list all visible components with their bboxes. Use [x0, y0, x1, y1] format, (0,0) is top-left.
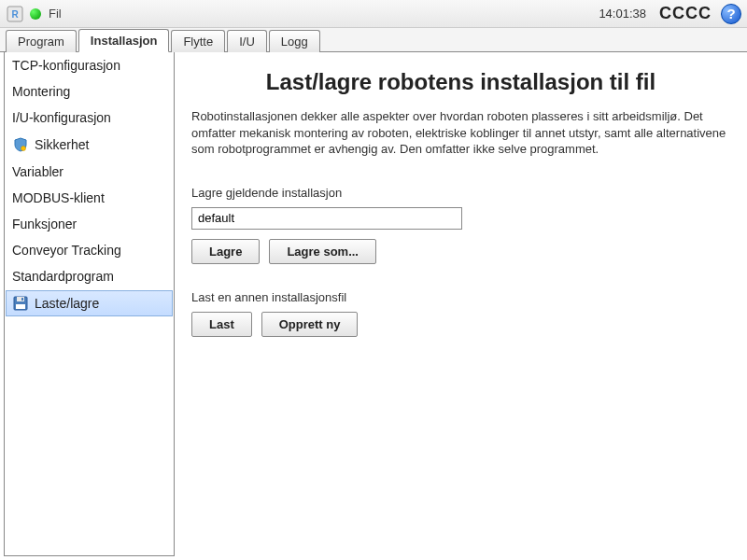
- content-area: TCP-konfigurasjon Montering I/U-konfigur…: [0, 52, 747, 560]
- main-tabs: Program Installasjon Flytte I/U Logg: [0, 28, 747, 52]
- page-title: Last/lagre robotens installasjon til fil: [191, 69, 730, 95]
- save-button-row: Lagre Lagre som...: [191, 239, 730, 264]
- main-panel: Last/lagre robotens installasjon til fil…: [175, 52, 747, 560]
- sidebar-item-label: Laste/lagre: [35, 296, 99, 311]
- sidebar-item-laste-lagre[interactable]: Laste/lagre: [6, 290, 173, 316]
- sidebar-item-sikkerhet[interactable]: Sikkerhet: [5, 131, 174, 159]
- svg-rect-6: [16, 304, 25, 309]
- tab-flytte[interactable]: Flytte: [171, 30, 225, 52]
- sidebar-item-label: Funksjoner: [12, 217, 77, 231]
- page-description: Robotinstallasjonen dekker alle aspekter…: [191, 108, 730, 158]
- sidebar-item-conveyor[interactable]: Conveyor Tracking: [5, 237, 174, 263]
- sidebar-item-tcp[interactable]: TCP-konfigurasjon: [5, 52, 174, 78]
- create-new-button[interactable]: Opprett ny: [261, 312, 359, 337]
- sidebar-item-modbus[interactable]: MODBUS-klient: [5, 185, 174, 211]
- load-button[interactable]: Last: [191, 312, 252, 337]
- sidebar-item-label: Variabler: [12, 164, 63, 179]
- tab-logg[interactable]: Logg: [269, 30, 320, 52]
- sidebar-item-label: TCP-konfigurasjon: [12, 58, 120, 73]
- sidebar-item-funksjoner[interactable]: Funksjoner: [5, 211, 174, 237]
- svg-text:R: R: [11, 9, 19, 20]
- svg-point-2: [21, 147, 26, 151]
- disk-icon: [12, 295, 29, 312]
- sidebar-item-label: Conveyor Tracking: [12, 243, 121, 258]
- sidebar-item-standardprogram[interactable]: Standardprogram: [5, 263, 174, 289]
- sidebar: TCP-konfigurasjon Montering I/U-konfigur…: [4, 52, 175, 556]
- sidebar-item-iu-config[interactable]: I/U-konfigurasjon: [5, 105, 174, 131]
- save-section-label: Lagre gjeldende installasjon: [191, 186, 730, 200]
- file-menu[interactable]: Fil: [49, 7, 62, 21]
- load-section-label: Last en annen installasjonsfil: [191, 290, 730, 304]
- sidebar-item-label: I/U-konfigurasjon: [12, 110, 111, 125]
- status-text: CCCC: [659, 4, 712, 23]
- help-icon[interactable]: ?: [721, 4, 741, 24]
- sidebar-item-montering[interactable]: Montering: [5, 78, 174, 105]
- clock: 14:01:38: [599, 7, 646, 21]
- sidebar-item-label: MODBUS-klient: [12, 190, 105, 205]
- app-logo-icon: R: [6, 5, 24, 23]
- svg-rect-5: [21, 298, 23, 301]
- sidebar-item-label: Montering: [12, 84, 70, 99]
- shield-icon: [12, 136, 29, 153]
- sidebar-item-label: Sikkerhet: [35, 137, 89, 152]
- load-button-row: Last Opprett ny: [191, 312, 730, 337]
- tab-installasjon[interactable]: Installasjon: [78, 29, 170, 52]
- filename-input[interactable]: [191, 207, 462, 230]
- save-button[interactable]: Lagre: [191, 239, 260, 264]
- tab-program[interactable]: Program: [6, 30, 77, 52]
- tab-iu[interactable]: I/U: [227, 30, 267, 52]
- sidebar-item-variabler[interactable]: Variabler: [5, 159, 174, 185]
- sidebar-item-label: Standardprogram: [12, 269, 114, 284]
- save-as-button[interactable]: Lagre som...: [269, 239, 376, 264]
- topbar: R Fil 14:01:38 CCCC ?: [0, 0, 747, 28]
- status-indicator-icon: [30, 8, 41, 20]
